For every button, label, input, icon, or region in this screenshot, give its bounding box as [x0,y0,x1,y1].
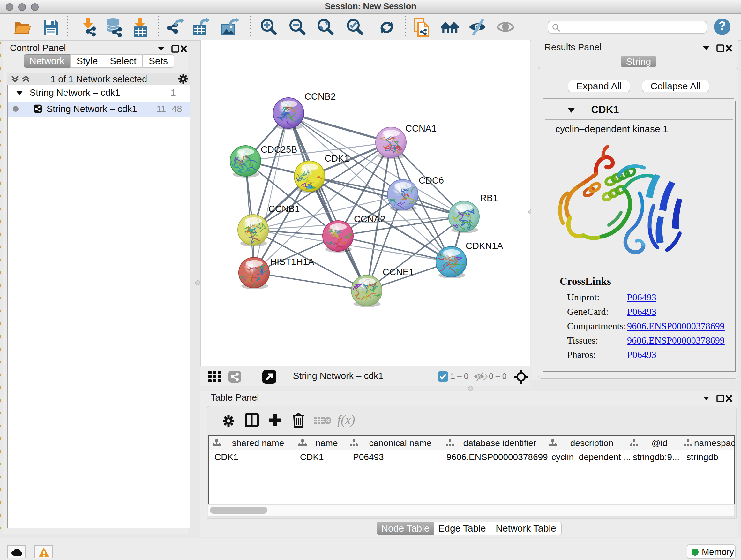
svg-text:CDKN1A: CDKN1A [466,241,503,251]
svg-text:HIST1H1A: HIST1H1A [270,257,314,267]
svg-text:CCNA1: CCNA1 [405,123,436,133]
svg-text:CCNA2: CCNA2 [354,214,385,224]
svg-text:RB1: RB1 [480,193,498,203]
svg-text:CCNB1: CCNB1 [268,204,300,214]
svg-text:CDC25B: CDC25B [261,144,297,154]
svg-text:CCNE1: CCNE1 [383,267,414,277]
svg-text:CCNB2: CCNB2 [305,91,336,102]
svg-text:CDC6: CDC6 [419,175,444,186]
svg-text:CDK1: CDK1 [325,153,349,164]
